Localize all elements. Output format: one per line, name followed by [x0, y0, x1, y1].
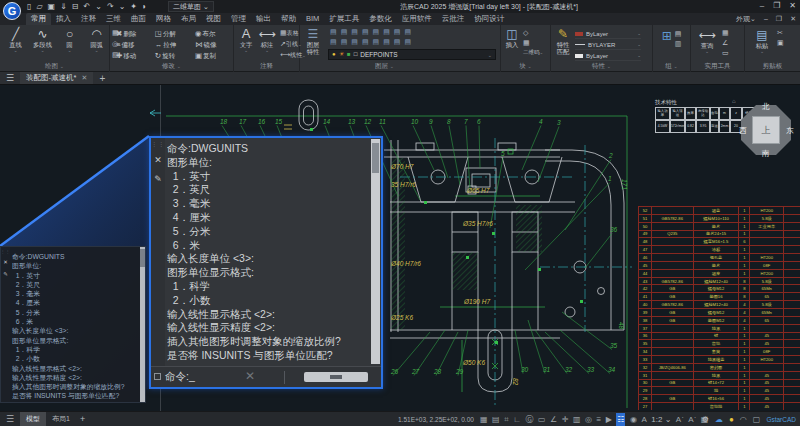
annotation-scale-dropdown[interactable]: 1:2 ⌄: [651, 413, 671, 426]
gstarcad-logo-icon[interactable]: G: [3, 2, 21, 20]
transparency-icon[interactable]: ◎: [585, 413, 592, 426]
new-file-icon[interactable]: ▯: [27, 0, 31, 13]
minimize-button[interactable]: –: [760, 1, 764, 10]
layer-tool-icon-0-1[interactable]: ▤: [341, 27, 348, 37]
gstarcad-brand-label[interactable]: GstarCAD: [766, 416, 796, 423]
measure-button[interactable]: ⟷查询⌄: [696, 28, 718, 57]
annotation-sync-icon[interactable]: Aˋ: [688, 413, 696, 426]
autoscale-icon[interactable]: Aˊ: [676, 413, 684, 426]
workspace-dropdown[interactable]: 二维草图 ⌄: [168, 1, 214, 12]
command-prompt[interactable]: 命令:_: [165, 370, 195, 384]
print-icon[interactable]: ⊟: [72, 0, 79, 13]
headset-icon[interactable]: ◠: [740, 415, 747, 424]
command-scrollbar-thumb[interactable]: [372, 143, 379, 173]
command-line-palette[interactable]: ⋮⋮ ✕ ✎ 命令:DWGUNITS图形单位: 1．英寸 2．英尺 3．毫米 4…: [149, 136, 383, 389]
pencil-icon[interactable]: ✎: [3, 271, 8, 277]
open-folder-icon[interactable]: ▱: [36, 0, 42, 13]
insert-block-button[interactable]: ◫插入: [501, 27, 523, 57]
area-measure-button[interactable]: ▭: [722, 48, 729, 57]
menu-tab-网格[interactable]: 网格: [151, 13, 176, 25]
layer-tool-icon-1-7[interactable]: ▤: [404, 37, 411, 47]
layer-tool-icon-0-6[interactable]: ▤: [394, 27, 401, 37]
layer-tool-icon-0-7[interactable]: ▤: [404, 27, 411, 37]
doc-close-button[interactable]: ✕: [790, 13, 796, 25]
menu-tab-输出[interactable]: 输出: [251, 13, 276, 25]
menu-tab-帮助[interactable]: 帮助: [276, 13, 301, 25]
dimension-button[interactable]: ⟷标注⌄: [257, 27, 277, 60]
dynamic-input-icon[interactable]: ▭: [538, 413, 546, 426]
annotation-scale-icon[interactable]: A: [641, 413, 646, 426]
menu-tab-管理[interactable]: 管理: [226, 13, 251, 25]
viewcube-north-label[interactable]: 北: [762, 102, 770, 112]
layer-dropdown[interactable]: ● ☀ ■ □ DEFPOINTS ⌄: [328, 49, 496, 60]
small-scrollbar[interactable]: [140, 247, 145, 402]
modify-拉伸-button[interactable]: ↔拉伸: [155, 39, 189, 50]
settings-gear-icon[interactable]: ⚙: [702, 415, 709, 424]
viewcube-south-label[interactable]: 南: [762, 149, 770, 159]
viewcube-west-label[interactable]: 西: [739, 126, 747, 136]
layer-tool-icon-0-0[interactable]: ▤: [330, 27, 337, 37]
lineweight-icon[interactable]: ▥: [573, 413, 581, 426]
modify-删除-button[interactable]: ✖删除: [116, 28, 149, 39]
menu-tab-应用软件[interactable]: 应用软件: [397, 13, 437, 25]
undo-icon[interactable]: ↶: [84, 0, 91, 13]
copy-clip-button[interactable]: ▣: [777, 38, 784, 47]
modify-镜像-button[interactable]: ⋈镜像: [195, 39, 229, 50]
redo-icon[interactable]: ↷: [107, 0, 114, 13]
layer-lock-icon[interactable]: ■: [347, 50, 351, 59]
layer-tool-icon-1-1[interactable]: ▤: [341, 37, 348, 47]
menu-tab-参数化[interactable]: 参数化: [364, 13, 397, 25]
menu-tab-插入[interactable]: 插入: [51, 13, 76, 25]
group-icon[interactable]: ⊞: [662, 29, 672, 48]
drag-grip-icon[interactable]: ⋮⋮: [151, 142, 165, 146]
layer-tool-icon-1-6[interactable]: ▤: [394, 37, 401, 47]
text-button[interactable]: A文字⌄: [236, 27, 256, 60]
model-tab[interactable]: 模型: [20, 412, 46, 426]
viewcube-top-face[interactable]: 上: [752, 116, 780, 144]
snap-mode-icon[interactable]: ⌗: [504, 413, 509, 426]
menu-tab-常用[interactable]: 常用: [26, 13, 51, 25]
layer-tool-icon-1-2[interactable]: ▤: [351, 37, 358, 47]
save-all-icon[interactable]: ⇓: [60, 0, 67, 13]
layer-tool-icon-0-4[interactable]: ▤: [373, 27, 380, 37]
gcs-icon[interactable]: Ⓖ: [525, 413, 533, 426]
menu-tab-注释[interactable]: 注释: [76, 13, 101, 25]
layer-tool-icon-1-3[interactable]: ▤: [362, 37, 369, 47]
command-scrollbar[interactable]: [371, 139, 380, 364]
doc-minimize-button[interactable]: –: [764, 13, 768, 25]
color-dropdown[interactable]: ByLayer⌄: [575, 29, 641, 39]
layer-tool-icon-1-4[interactable]: ▤: [373, 37, 380, 47]
annotation-vis-icon[interactable]: ◉: [630, 413, 637, 426]
restore-button[interactable]: ❐: [773, 1, 780, 10]
menu-tab-曲面[interactable]: 曲面: [126, 13, 151, 25]
viewcube[interactable]: 上 北 东 南 西 ⌂: [738, 102, 794, 158]
drawing-tab[interactable]: 装配图-减速机* ✕: [20, 72, 93, 84]
panel-label-annotate[interactable]: 注释: [234, 62, 299, 71]
modify-偏移-button[interactable]: ≡偏移: [116, 39, 149, 50]
message-icon[interactable]: ◗: [142, 0, 147, 13]
layer-properties-button[interactable]: ☰ 图层特性: [300, 27, 326, 60]
group-edit-button[interactable]: ▥: [675, 39, 682, 48]
close-button[interactable]: ✕: [789, 1, 796, 10]
panel-label-draw[interactable]: 绘图 ⌄: [0, 62, 109, 71]
create-block-button[interactable]: ◇: [523, 28, 543, 37]
horizontal-scrollbar-thumb[interactable]: [304, 372, 368, 382]
match-properties-button[interactable]: ✎特性匹配: [551, 27, 575, 62]
save-icon[interactable]: ▣: [48, 0, 56, 13]
grid-icon[interactable]: ▦: [480, 413, 488, 426]
quick-view-icon[interactable]: ▶: [606, 413, 612, 426]
small-scrollbar-thumb[interactable]: [140, 249, 145, 267]
panel-label-clipboard[interactable]: 剪贴板: [745, 62, 800, 71]
viewcube-east-label[interactable]: 东: [786, 126, 794, 136]
menu-tab-布局[interactable]: 布局: [176, 13, 201, 25]
snap-icon[interactable]: ▤: [492, 413, 500, 426]
object-snap-icon[interactable]: ✛: [562, 413, 569, 426]
bulb-icon[interactable]: ●: [729, 415, 734, 424]
selection-cycling-icon[interactable]: ≡: [596, 413, 601, 426]
line-button[interactable]: ╱直线⌄: [3, 27, 28, 60]
workspace-icon[interactable]: ☷: [616, 413, 625, 426]
layer-tool-icon-1-5[interactable]: ▤: [383, 37, 390, 47]
layer-tool-icon-0-3[interactable]: ▤: [362, 27, 369, 37]
layer-on-icon[interactable]: ●: [332, 50, 336, 59]
doc-restore-button[interactable]: ❐: [776, 13, 782, 25]
